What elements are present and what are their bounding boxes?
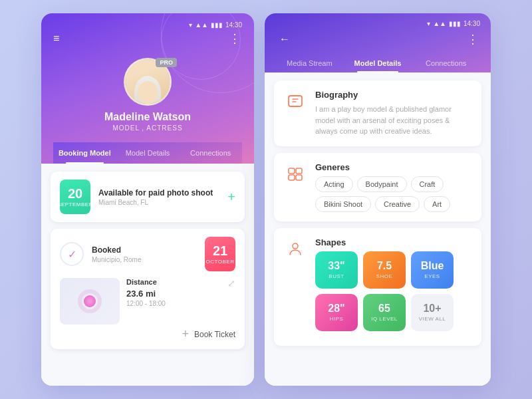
- svg-rect-1: [289, 168, 295, 174]
- booking-add-button[interactable]: +: [227, 190, 235, 205]
- biography-title: Biography: [315, 90, 471, 100]
- map-thumbnail: [60, 278, 120, 325]
- shapes-title: Shapes: [315, 237, 471, 247]
- booked-date-box: 21 October: [205, 237, 235, 271]
- tab-booking-model[interactable]: Booking Model: [53, 142, 116, 164]
- svg-rect-2: [296, 168, 302, 174]
- biography-card: Biography I am a play boy model & publis…: [274, 80, 481, 146]
- genre-tag[interactable]: Craft: [411, 176, 444, 192]
- svg-point-5: [293, 243, 298, 249]
- genres-card: Generes ActingBodypaintCraftBikini Shoot…: [274, 153, 481, 221]
- right-header: ▾ ▲▲ ▮▮▮ 14:30 ← ⋮ Media Stream Model De…: [265, 13, 491, 72]
- book-ticket-row: + Book Ticket: [60, 325, 235, 341]
- booking-card: 20 September Available for paid photo sh…: [51, 172, 245, 222]
- shapes-rows: 33"BUST7.5SHOEBlueEYES28"HIPS65IQ LEVEL1…: [315, 251, 471, 331]
- genres-body: Generes ActingBodypaintCraftBikini Shoot…: [315, 162, 471, 212]
- biography-body: Biography I am a play boy model & publis…: [315, 90, 471, 137]
- right-menu-dots[interactable]: ⋮: [467, 32, 480, 47]
- right-wifi-icon: ▲▲: [433, 20, 446, 27]
- biography-text: I am a play boy model & published glamor…: [315, 104, 471, 137]
- left-time: 14:30: [225, 21, 242, 29]
- left-header: ▾ ▲▲ ▮▮▮ 14:30 ≡ ⋮: [41, 13, 254, 164]
- shape-label: EYES: [424, 273, 440, 279]
- shape-box-eyes[interactable]: BlueEYES: [411, 251, 454, 289]
- booked-card: ✓ Booked Municipio, Rome 21 October: [51, 229, 245, 349]
- shape-box-shoe[interactable]: 7.5SHOE: [363, 251, 406, 289]
- distance-info: Distance 23.6 mi 12:00 - 18:00: [126, 278, 221, 325]
- tab-model-details[interactable]: Model Details: [116, 142, 180, 164]
- shape-box-iq-level[interactable]: 65IQ LEVEL: [363, 294, 406, 331]
- tab-connections-left[interactable]: Connections: [179, 142, 242, 164]
- profile-title: MODEL , ACTRESS: [112, 124, 182, 132]
- svg-rect-4: [296, 175, 302, 180]
- booking-date-month: September: [57, 201, 93, 207]
- shape-value: 7.5: [377, 261, 392, 271]
- map-dot: [84, 295, 96, 307]
- tab-connections-right[interactable]: Connections: [412, 54, 480, 72]
- genre-tag[interactable]: Bodypaint: [357, 176, 407, 192]
- right-time: 14:30: [464, 20, 480, 27]
- profile-area: PRO Madeline Watson MODEL , ACTRESS: [53, 51, 242, 142]
- shape-box-bust[interactable]: 33"BUST: [315, 251, 358, 289]
- distance-time: 12:00 - 18:00: [126, 300, 221, 307]
- genre-tag[interactable]: Creative: [375, 196, 420, 212]
- biography-icon: [285, 91, 306, 112]
- booked-title: Booked: [92, 245, 197, 255]
- booked-top: ✓ Booked Municipio, Rome 21 October: [60, 237, 235, 271]
- shape-label: SHOE: [376, 273, 393, 279]
- tab-model-details-right[interactable]: Model Details: [344, 54, 412, 72]
- svg-rect-0: [289, 96, 302, 106]
- booking-date-box: 20 September: [60, 180, 90, 214]
- shape-label: IQ LEVEL: [371, 316, 398, 322]
- left-tabs: Booking Model Model Details Connections: [53, 142, 242, 164]
- check-icon: ✓: [60, 242, 84, 266]
- shape-box-hips[interactable]: 28"HIPS: [315, 294, 358, 331]
- booked-date-num: 21: [213, 244, 227, 257]
- pro-badge: PRO: [156, 58, 177, 67]
- shape-value: 65: [378, 303, 390, 314]
- avatar: PRO: [124, 58, 172, 106]
- genre-tags: ActingBodypaintCraftBikini ShootCreative…: [315, 176, 471, 212]
- shapes-card: Shapes 33"BUST7.5SHOEBlueEYES28"HIPS65IQ…: [274, 228, 481, 346]
- booking-date-num: 20: [68, 187, 82, 200]
- tab-media-stream[interactable]: Media Stream: [275, 54, 344, 72]
- booking-subtitle: Miami Beach, FL: [98, 199, 219, 206]
- distance-value: 23.6 mi: [126, 289, 221, 299]
- genre-tag[interactable]: Art: [424, 196, 450, 212]
- shape-box-view-all[interactable]: 10+View All: [411, 294, 454, 331]
- genres-title: Generes: [315, 162, 471, 172]
- right-panel: ▾ ▲▲ ▮▮▮ 14:30 ← ⋮ Media Stream Model De…: [265, 13, 491, 386]
- booked-subtitle: Municipio, Rome: [92, 256, 197, 263]
- booked-info: Booked Municipio, Rome: [92, 245, 197, 263]
- book-plus-icon[interactable]: +: [182, 327, 189, 341]
- back-button[interactable]: ←: [275, 30, 294, 49]
- shape-label: HIPS: [330, 316, 344, 322]
- right-tabs: Media Stream Model Details Connections: [275, 54, 480, 72]
- hamburger-icon[interactable]: ≡: [53, 33, 59, 45]
- signal-icon: ▾: [189, 21, 192, 29]
- genres-icon: [285, 164, 306, 185]
- booked-bottom: Distance 23.6 mi 12:00 - 18:00 ⤢: [60, 278, 235, 325]
- right-battery-icon: ▮▮▮: [449, 20, 461, 27]
- wifi-icon: ▲▲: [195, 21, 208, 29]
- expand-icon[interactable]: ⤢: [227, 278, 235, 289]
- shape-label: BUST: [329, 273, 344, 279]
- shapes-row: 33"BUST7.5SHOEBlueEYES: [315, 251, 471, 289]
- book-ticket-button[interactable]: Book Ticket: [194, 330, 235, 339]
- left-menu-dots[interactable]: ⋮: [229, 31, 242, 46]
- distance-label: Distance: [126, 278, 221, 286]
- svg-rect-3: [289, 175, 295, 180]
- right-signal-icon: ▾: [427, 20, 430, 27]
- left-panel: ▾ ▲▲ ▮▮▮ 14:30 ≡ ⋮: [41, 13, 254, 386]
- genre-tag[interactable]: Bikini Shoot: [315, 196, 371, 212]
- booking-info: Available for paid photo shoot Miami Bea…: [98, 188, 219, 206]
- left-status-bar: ▾ ▲▲ ▮▮▮ 14:30: [53, 21, 242, 29]
- booked-date-month: October: [206, 259, 235, 265]
- shape-value: 10+: [423, 303, 441, 314]
- left-content: 20 September Available for paid photo sh…: [41, 164, 254, 386]
- right-status-bar: ▾ ▲▲ ▮▮▮ 14:30: [275, 20, 480, 27]
- avatar-head: [138, 81, 158, 104]
- shape-value: 33": [328, 261, 344, 271]
- genre-tag[interactable]: Acting: [315, 176, 353, 192]
- avatar-figure: [134, 76, 161, 104]
